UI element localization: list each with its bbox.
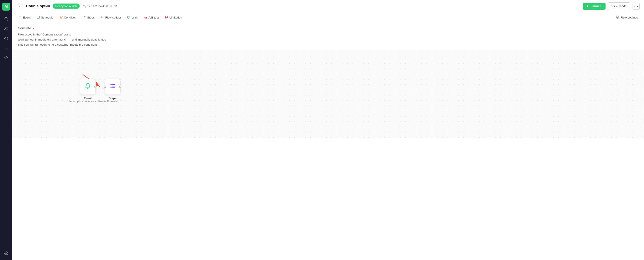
header-actions: Launch View mode ⋯ <box>583 3 640 10</box>
toolbar-wait-label: Wait <box>132 16 138 19</box>
toolbar-flow-splitter-label: Flow splitter <box>105 16 121 19</box>
steps-node-input-dot <box>104 86 106 88</box>
flow-info-text: Flow active in the "Demonstration" brand… <box>18 32 639 47</box>
sidebar: M <box>0 0 12 260</box>
svg-marker-8 <box>587 5 589 7</box>
toolbar-condition[interactable]: Condition <box>57 14 79 21</box>
sidebar-item-search[interactable] <box>2 15 10 23</box>
svg-marker-13 <box>60 16 62 17</box>
timestamp-text: 12/11/2024 4:38:36 PM <box>87 5 117 8</box>
flow-canvas: Event Subscription preference changed St… <box>12 50 644 138</box>
toolbar-steps[interactable]: Steps <box>80 14 98 21</box>
flow-info-line-2: Work period: immediately after launch — … <box>18 37 639 42</box>
toolbar-schedule-label: Schedule <box>41 16 54 19</box>
steps-icon <box>83 16 86 19</box>
launch-button[interactable]: Launch <box>583 3 606 10</box>
steps-node-label: Steps <box>109 96 116 100</box>
ab-test-icon: AB <box>144 16 147 19</box>
toolbar-ab-test[interactable]: AB A/B test <box>141 15 162 21</box>
svg-point-7 <box>6 253 7 254</box>
sidebar-item-analytics[interactable] <box>2 44 10 52</box>
main-content: ← Double opt-in Ready for launch 12/11/2… <box>12 0 644 260</box>
svg-point-2 <box>5 27 6 28</box>
toolbar-limitation-label: Limitation <box>169 16 182 19</box>
toolbar-event-label: Event <box>23 16 30 19</box>
steps-node-sublabel: Doi-email <box>107 100 118 103</box>
flow-info-panel: Flow info ▲ Flow active in the "Demonstr… <box>12 23 644 50</box>
steps-node-output-dot <box>119 86 122 88</box>
limitation-icon <box>165 16 168 19</box>
more-button[interactable]: ⋯ <box>632 3 640 10</box>
toolbar-flow-settings[interactable]: Flow settings <box>614 14 640 21</box>
flow-info-line-3: This flow will run every time a customer… <box>18 42 639 47</box>
event-node-output-dot <box>94 86 96 88</box>
flow-info-label: Flow info <box>18 27 31 30</box>
toolbar: Event Schedule Condition Steps Flow spli… <box>12 12 644 23</box>
timestamp: 12/11/2024 4:38:36 PM <box>83 5 117 8</box>
flow-info-line-1: Flow active in the "Demonstration" brand <box>18 32 639 37</box>
calendar-icon <box>37 16 40 19</box>
toolbar-limitation[interactable]: Limitation <box>162 14 185 21</box>
event-node[interactable]: Event Subscription preference changed <box>68 79 107 103</box>
toolbar-flow-splitter[interactable]: Flow splitter <box>98 14 124 21</box>
toolbar-schedule[interactable]: Schedule <box>34 14 56 21</box>
svg-line-1 <box>7 20 8 20</box>
flow-settings-icon <box>616 16 619 19</box>
sidebar-item-contacts[interactable] <box>2 25 10 33</box>
event-node-sublabel: Subscription preference changed <box>68 100 107 103</box>
toolbar-wait[interactable]: Wait <box>124 14 140 21</box>
sidebar-item-integrations[interactable] <box>2 54 10 62</box>
status-badge: Ready for launch <box>53 4 80 9</box>
flow-settings-label: Flow settings <box>620 16 638 19</box>
view-mode-button[interactable]: View mode <box>608 3 630 10</box>
toolbar-steps-label: Steps <box>87 16 95 19</box>
page-title: Double opt-in <box>26 4 50 8</box>
steps-list-icon <box>110 83 116 91</box>
logo[interactable]: M <box>2 3 10 11</box>
steps-node[interactable]: Steps Doi-email <box>105 79 120 103</box>
event-node-label: Event <box>84 96 92 100</box>
event-bell-icon <box>85 83 91 91</box>
condition-icon <box>60 16 63 19</box>
toolbar-event[interactable]: Event <box>16 14 33 21</box>
svg-point-23 <box>617 17 618 18</box>
toolbar-condition-label: Condition <box>64 16 76 19</box>
back-button[interactable]: ← <box>17 3 23 10</box>
steps-node-box[interactable] <box>105 79 120 95</box>
sidebar-item-settings[interactable] <box>2 249 10 257</box>
wait-icon <box>127 16 130 19</box>
header: ← Double opt-in Ready for launch 12/11/2… <box>12 0 644 12</box>
event-node-box[interactable] <box>80 79 96 95</box>
chevron-up-icon: ▲ <box>32 27 35 30</box>
bell-icon <box>18 16 22 19</box>
flow-splitter-icon <box>101 16 104 19</box>
content-area: Flow info ▲ Flow active in the "Demonstr… <box>12 23 644 260</box>
flow-info-toggle[interactable]: Flow info ▲ <box>18 27 639 30</box>
toolbar-ab-test-label: A/B test <box>148 16 159 19</box>
sidebar-item-campaigns[interactable] <box>2 34 10 42</box>
svg-marker-3 <box>4 37 6 40</box>
svg-rect-9 <box>37 16 39 19</box>
